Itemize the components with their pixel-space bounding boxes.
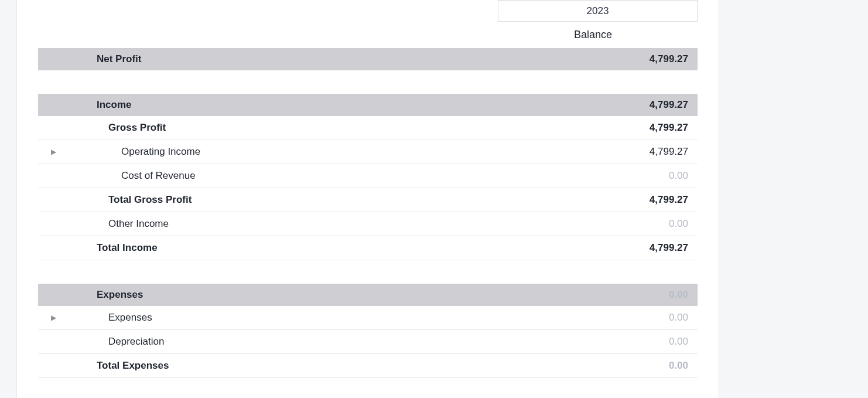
total-expenses-value: 0.00 [567, 353, 698, 377]
total-gross-profit-label: Total Gross Profit [69, 188, 538, 212]
total-expenses-label: Total Expenses [69, 353, 567, 377]
cost-of-revenue-value: 0.00 [538, 164, 698, 188]
operating-income-label: Operating Income [69, 140, 538, 164]
other-income-value: 0.00 [538, 212, 698, 236]
expenses-row-value: 0.00 [567, 306, 698, 330]
depreciation-row[interactable]: Depreciation 0.00 [38, 329, 698, 353]
expand-icon[interactable]: ▶ [51, 314, 56, 322]
operating-income-value: 4,799.27 [538, 140, 698, 164]
operating-income-row[interactable]: ▶ Operating Income 4,799.27 [38, 140, 698, 164]
expand-icon[interactable]: ▶ [51, 148, 56, 156]
total-expenses-row[interactable]: Total Expenses 0.00 [38, 353, 698, 377]
expenses-row-label: Expenses [69, 306, 567, 330]
balance-header: Balance [38, 22, 698, 48]
income-table: Income 4,799.27 Gross Profit 4,799.27 ▶ … [38, 94, 698, 284]
other-income-label: Other Income [69, 212, 538, 236]
cost-of-revenue-row[interactable]: Cost of Revenue 0.00 [38, 164, 698, 188]
gross-profit-value: 4,799.27 [538, 116, 698, 140]
expenses-header-label: Expenses [69, 284, 567, 306]
cost-of-revenue-label: Cost of Revenue [69, 164, 538, 188]
total-gross-profit-value: 4,799.27 [538, 188, 698, 212]
depreciation-label: Depreciation [69, 329, 567, 353]
expenses-row[interactable]: ▶ Expenses 0.00 [38, 306, 698, 330]
other-income-row[interactable]: Other Income 0.00 [38, 212, 698, 236]
expenses-header-value: 0.00 [567, 284, 698, 306]
total-income-label: Total Income [69, 236, 538, 260]
income-header-label: Income [69, 94, 538, 116]
total-gross-profit-row[interactable]: Total Gross Profit 4,799.27 [38, 188, 698, 212]
spacer-row [38, 260, 698, 284]
expenses-header-row[interactable]: Expenses 0.00 [38, 284, 698, 306]
gross-profit-row[interactable]: Gross Profit 4,799.27 [38, 116, 698, 140]
report-page: 2023 Balance Net Profit 4,799.27 Income … [16, 0, 719, 398]
year-cell: 2023 [498, 0, 698, 22]
net-profit-label: Net Profit [69, 48, 466, 70]
total-income-value: 4,799.27 [538, 236, 698, 260]
net-profit-row: Net Profit 4,799.27 [38, 48, 698, 70]
depreciation-value: 0.00 [567, 329, 698, 353]
net-profit-table: Net Profit 4,799.27 [38, 48, 698, 94]
net-profit-value: 4,799.27 [466, 48, 698, 70]
income-header-row[interactable]: Income 4,799.27 [38, 94, 698, 116]
expenses-table: Expenses 0.00 ▶ Expenses 0.00 Depreciati… [38, 284, 698, 378]
year-label: 2023 [587, 5, 609, 17]
spacer-row [38, 70, 698, 94]
income-header-value: 4,799.27 [538, 94, 698, 116]
gross-profit-label: Gross Profit [69, 116, 538, 140]
total-income-row[interactable]: Total Income 4,799.27 [38, 236, 698, 260]
